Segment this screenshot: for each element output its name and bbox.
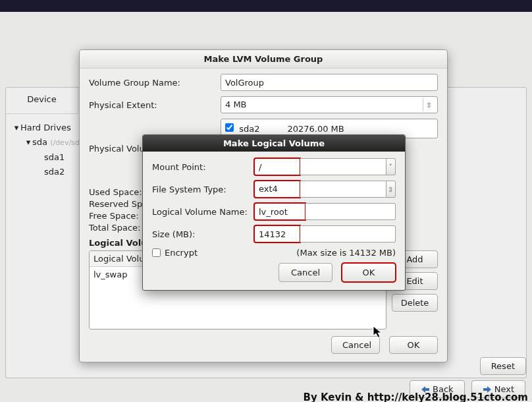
- device-column-header: Device: [6, 88, 78, 114]
- mlv-ok-button[interactable]: OK: [342, 263, 396, 282]
- fs-type-value: ext4: [259, 184, 278, 194]
- encrypt-checkbox[interactable]: [152, 248, 161, 257]
- fs-type-dropdown[interactable]: ⇳: [386, 181, 396, 198]
- lvm-dialog-title: Make LVM Volume Group: [80, 50, 447, 69]
- lv-delete-button[interactable]: Delete: [392, 294, 438, 312]
- max-size-text: (Max size is 14132 MB): [296, 248, 396, 258]
- physical-extent-label: Physical Extent:: [89, 100, 221, 110]
- encrypt-label: Encrypt: [165, 248, 198, 258]
- mlv-dialog-title: Make Logical Volume: [143, 135, 405, 152]
- updown-icon: ⇳: [423, 98, 435, 111]
- size-input[interactable]: [254, 225, 300, 243]
- watermark-text: By Kevin & http://kely28.blog.51cto.com: [304, 391, 528, 402]
- fs-type-label: File System Type:: [152, 185, 254, 194]
- mount-point-label: Mount Point:: [152, 162, 254, 172]
- pv-name: sda2: [239, 124, 259, 134]
- physical-extent-select[interactable]: 4 MB ⇳: [221, 96, 438, 113]
- size-input-rest[interactable]: [300, 225, 396, 243]
- lv-name-input[interactable]: [254, 203, 306, 220]
- mount-point-dropdown[interactable]: ˅: [386, 158, 396, 175]
- tree-label: Hard Drives: [20, 123, 71, 132]
- lvm-ok-button[interactable]: OK: [389, 336, 438, 354]
- mlv-cancel-button[interactable]: Cancel: [279, 263, 332, 282]
- lvm-cancel-button[interactable]: Cancel: [331, 336, 380, 354]
- make-logical-volume-dialog: Make Logical Volume Mount Point: ˅ File …: [142, 134, 406, 291]
- size-label: Size (MB):: [152, 229, 254, 239]
- fs-type-spacer: [300, 181, 386, 198]
- physical-extent-value: 4 MB: [225, 100, 247, 109]
- lv-name-input-rest[interactable]: [306, 203, 396, 220]
- pv-checkbox[interactable]: [225, 123, 234, 132]
- mount-point-input-rest[interactable]: [300, 158, 386, 175]
- top-bar: [0, 0, 532, 12]
- vg-name-input[interactable]: [221, 74, 438, 91]
- pv-checkbox-label[interactable]: sda2: [225, 123, 259, 134]
- tree-label: sda: [32, 137, 47, 147]
- pv-size: 20276.00 MB: [287, 124, 344, 134]
- fs-type-value-box: ext4: [254, 181, 300, 198]
- lv-name-label: Logical Volume Name:: [152, 207, 254, 217]
- mount-point-input[interactable]: [254, 158, 300, 175]
- reset-button[interactable]: Reset: [480, 357, 526, 375]
- vg-name-label: Volume Group Name:: [89, 78, 221, 88]
